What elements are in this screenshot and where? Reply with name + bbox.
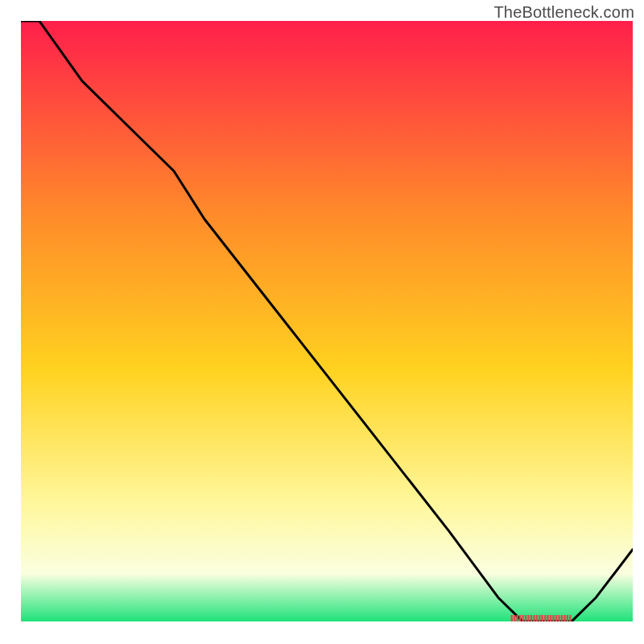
optimal-range-tick — [519, 615, 521, 621]
optimal-range-tick — [564, 615, 565, 621]
chart-container: TheBottleneck.com — [0, 0, 644, 644]
optimal-range-tick — [561, 615, 563, 621]
optimal-range-tick — [542, 615, 543, 621]
optimal-range-tick — [530, 615, 532, 621]
optimal-range-tick — [533, 615, 535, 621]
optimal-range-tick — [550, 615, 551, 621]
optimal-range-tick — [522, 615, 523, 621]
bottleneck-chart — [0, 0, 644, 644]
optimal-range-tick — [511, 615, 513, 621]
optimal-range-tick — [555, 615, 557, 621]
optimal-range-tick — [544, 615, 546, 621]
optimal-range-tick — [527, 615, 529, 621]
optimal-range-tick — [525, 615, 526, 621]
optimal-range-tick — [558, 615, 559, 621]
optimal-range-tick — [539, 615, 540, 621]
optimal-range-tick — [569, 615, 571, 621]
optimal-range-tick — [552, 615, 554, 621]
optimal-range-tick — [567, 615, 568, 621]
watermark-text: TheBottleneck.com — [493, 3, 634, 22]
optimal-range-tick — [547, 615, 548, 621]
optimal-range-tick — [536, 615, 538, 621]
optimal-range-tick — [516, 615, 518, 621]
optimal-range-tick — [514, 615, 515, 621]
